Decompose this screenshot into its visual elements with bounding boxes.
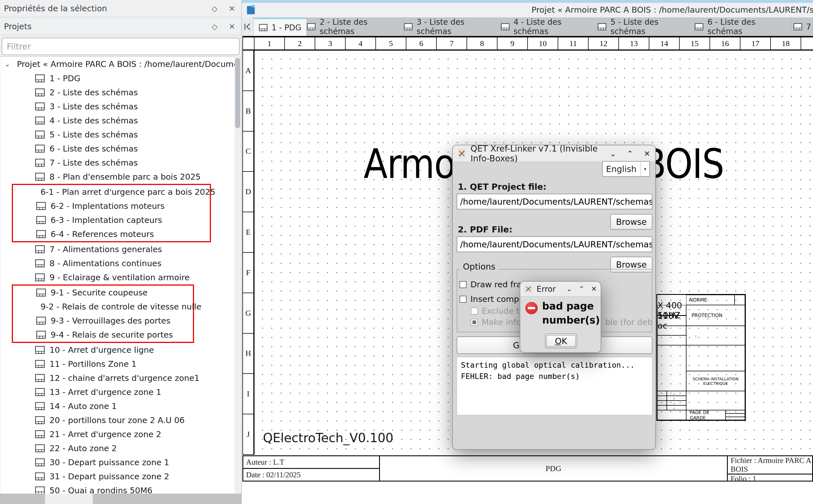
dropdown-arrow-icon: ▾	[641, 162, 649, 176]
tree-item[interactable]: 6-3 - Implentation capteurs	[13, 213, 210, 227]
ok-button[interactable]: OK	[545, 334, 577, 348]
titleblock-dash-cell: -	[667, 391, 686, 396]
close-icon[interactable]: ✕	[591, 285, 597, 293]
tree-item[interactable]: 9-4 - Relais de securite portes	[13, 328, 193, 342]
language-select[interactable]: English ▾	[602, 161, 650, 177]
column-header-cell: 7	[437, 37, 467, 49]
titleblock-norme-cell: NORME	[686, 295, 735, 305]
first-folio-button[interactable]	[242, 17, 253, 36]
tree-item[interactable]: 6-4 - References moteurs	[13, 227, 210, 241]
column-header-cell: 17	[740, 37, 771, 49]
tree-horizontal-scrollbar-thumb[interactable]	[45, 494, 93, 504]
tree-item-label: 14 - Auto zone 1	[49, 401, 117, 411]
tree-item-label: 3 - Liste des schémas	[49, 102, 138, 111]
browse-project-button[interactable]: Browse	[610, 214, 652, 230]
tree-item[interactable]: 7 - Liste des schémas	[1, 156, 234, 170]
tab-folio-6[interactable]: 6 - Liste des schémas	[695, 17, 792, 36]
pdf-file-input[interactable]: /home/laurent/Documents/LAURENT/schemas/…	[457, 236, 652, 252]
column-header-cell: 13	[619, 37, 649, 49]
folio-icon	[35, 472, 45, 481]
tree-item[interactable]: 1 - PDG	[1, 71, 234, 85]
folio-icon	[404, 23, 413, 30]
tree-item[interactable]: 14 - Auto zone 1	[1, 399, 234, 413]
float-icon[interactable]: ◇	[212, 4, 218, 13]
tree-vertical-scrollbar[interactable]	[235, 58, 240, 128]
tab-folio-3[interactable]: 3 - Liste des schémas	[404, 17, 501, 36]
tree-item[interactable]: 3 - Liste des schémas	[1, 100, 234, 114]
title-block-drawing: NORME X 400 50HZ 110V ac PROTECTION - SC…	[656, 294, 746, 421]
tab-folio-4[interactable]: 4 - Liste des schémas	[501, 17, 598, 36]
cartouche-date: Date : 02/11/2025	[243, 469, 379, 481]
cartouche-title: PDG	[380, 456, 728, 481]
tree-item[interactable]: 31 - Depart puissance zone 2	[1, 469, 234, 483]
tree-item-label: 22 - Auto zone 2	[49, 444, 117, 453]
shade-icon[interactable]: ⌄	[566, 285, 572, 293]
column-header-cell: 5	[376, 37, 406, 49]
tree-item[interactable]: 9-1 - Securite coupeuse	[13, 286, 193, 300]
tree-item[interactable]: 22 - Auto zone 2	[1, 441, 234, 455]
restore-icon[interactable]: ⌃	[627, 149, 633, 158]
column-header-cell: 11	[558, 37, 589, 49]
tree-item[interactable]: 8 - Alimentations continues	[1, 256, 234, 270]
titleblock-empty-cell	[735, 295, 745, 305]
tree-item[interactable]: 30 - Depart puissance zone 1	[1, 455, 234, 469]
close-icon[interactable]: ✕	[229, 22, 235, 31]
titleblock-protection-cell: PROTECTION	[686, 305, 745, 326]
tree-item[interactable]: 50 - Quai a rondins 50M6	[1, 483, 234, 494]
tree-item[interactable]: 7 - Alimentations generales	[1, 242, 234, 256]
qet-project-file-input[interactable]: /home/laurent/Documents/LAURENT/schemas/…	[457, 194, 652, 209]
panel-selection-properties-header[interactable]: Propriétés de la sélection ◇ ✕	[0, 0, 241, 17]
restore-icon[interactable]: ⌃	[579, 285, 584, 293]
tree-item[interactable]: 11 - Portillons Zone 1	[1, 357, 234, 371]
tree-item[interactable]: 6 - Liste des schémas	[1, 142, 234, 156]
left-dock: Propriétés de la sélection ◇ ✕ Projets ◇…	[0, 0, 242, 504]
tab-folio-2[interactable]: 2 - Liste des schémas	[307, 17, 404, 36]
tree-item[interactable]: 12 - chaine d'arrets d'urgence zone1	[1, 371, 234, 385]
close-icon[interactable]: ✕	[229, 4, 235, 13]
float-icon[interactable]: ◇	[212, 22, 218, 31]
tree-item[interactable]: 13 - Arret d'urgence zone 1	[1, 385, 234, 399]
tree-item[interactable]: 4 - Liste des schémas	[1, 114, 234, 128]
checkbox-icon	[460, 296, 467, 303]
tree-item[interactable]: 9 - Eclairage & ventilation armoire	[1, 270, 234, 284]
folio-icon	[35, 116, 45, 125]
tab-folio-7[interactable]: 7	[792, 17, 813, 36]
tree-item[interactable]: 10 - Arret d'urgence ligne	[1, 343, 234, 357]
panel-projects-header[interactable]: Projets ◇ ✕	[0, 18, 241, 35]
error-dialog-title: Error	[537, 284, 556, 294]
tree-item[interactable]: 21 - Arret d'urgence zone 2	[1, 427, 234, 441]
tree-root-project[interactable]: ⌄ Projet « Armoire PARC A BOIS : /home/l…	[1, 57, 234, 71]
tree-item[interactable]: 9-2 - Relais de controle de vitesse null…	[13, 300, 193, 314]
tab-folio-1[interactable]: 1 - PDG	[253, 17, 307, 36]
folio-icon	[35, 346, 45, 354]
tree-item[interactable]: 8 - Plan d'ensemble parc a bois 2025	[1, 170, 234, 184]
tree-item[interactable]: 5 - Liste des schémas	[1, 128, 234, 142]
folio-icon	[35, 273, 45, 282]
row-letter-cell: C	[243, 132, 253, 172]
shade-icon[interactable]: ⌄	[610, 149, 616, 158]
tree-item[interactable]: 9-3 - Verrouillages des portes	[13, 314, 193, 328]
log-output[interactable]: Starting global optical calibration... F…	[457, 357, 652, 415]
close-icon[interactable]: ✕	[644, 149, 650, 158]
tree-item[interactable]: 2 - Liste des schémas	[1, 85, 234, 100]
tree-horizontal-scrollbar[interactable]	[0, 494, 241, 504]
filter-input[interactable]	[2, 38, 239, 55]
error-dialog: Error ⌄ ⌃ ✕ bad page number(s) OK	[520, 281, 601, 353]
tree-item[interactable]: 6-1 - Plan arret d'urgence parc a bois 2…	[13, 185, 210, 199]
xref-dialog-title-bar[interactable]: QET Xref-Linker v7.1 (Invisible Info-Box…	[453, 145, 655, 162]
qet-project-file-label: 1. QET Project file:	[458, 182, 547, 192]
mdi-title-bar[interactable]: Projet « Armoire PARC A BOIS : /home/lau…	[242, 3, 813, 18]
chevron-down-icon[interactable]: ⌄	[4, 60, 10, 68]
column-header-row: 123456789101112131415161718	[242, 36, 813, 51]
tree-item-label: 7 - Alimentations generales	[49, 245, 162, 254]
titleblock-dash-cell: -	[667, 405, 686, 410]
mdi-window-title: Projet « Armoire PARC A BOIS : /home/lau…	[532, 5, 813, 15]
folio-icon	[35, 259, 45, 268]
tree-item[interactable]: 20 - portillons tour zone 2 A.U 06	[1, 413, 234, 427]
tree-item[interactable]: 6-2 - Implentations moteurs	[13, 199, 210, 213]
tree-item-label: 31 - Depart puissance zone 2	[49, 472, 169, 481]
tree-item-label: 30 - Depart puissance zone 1	[49, 458, 169, 467]
tab-label: 3 - Liste des schémas	[417, 17, 500, 36]
error-dialog-title-bar[interactable]: Error ⌄ ⌃ ✕	[520, 282, 601, 297]
tab-folio-5[interactable]: 5 - Liste des schémas	[598, 17, 695, 36]
